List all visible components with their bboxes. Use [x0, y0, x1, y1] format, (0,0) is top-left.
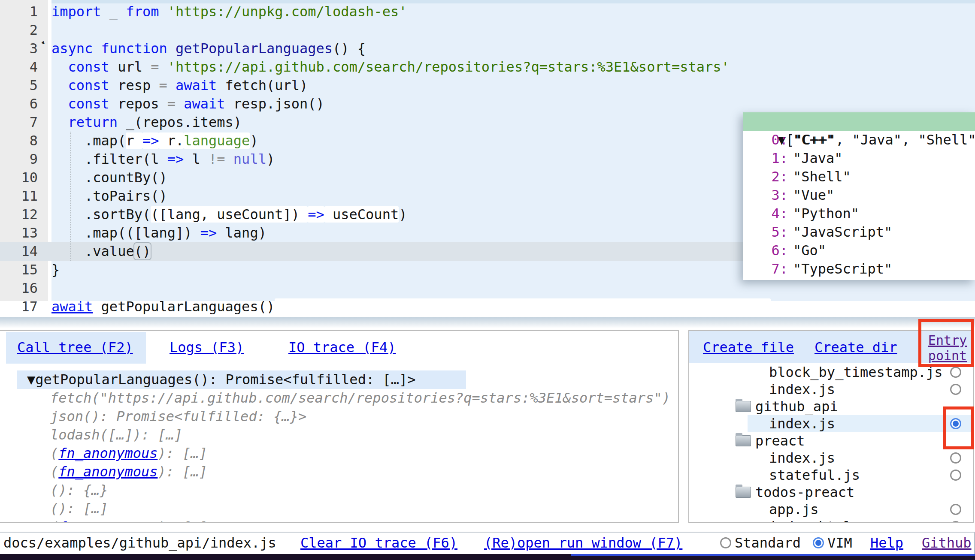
calltree-row[interactable]: (fn_anonymous): […] [50, 463, 207, 481]
inspector-index: 4: [743, 205, 788, 223]
inspector-value: "C++" [793, 131, 834, 149]
code-line-15[interactable]: } [51, 261, 60, 279]
calltree-row[interactable]: (): {…} [50, 481, 108, 500]
code-line-9[interactable]: .filter(l => l != null) [51, 150, 275, 169]
code-line-7[interactable]: return _(repos.items) [51, 113, 242, 132]
vim-mode-label[interactable]: VIM [827, 535, 852, 551]
file-row[interactable]: index.js [689, 381, 973, 398]
code-token [159, 3, 167, 20]
file-name[interactable]: index.js [769, 415, 835, 432]
folder-row[interactable]: github_api [689, 398, 973, 415]
inspector-index: 3: [743, 186, 788, 205]
create-dir-button[interactable]: Create dir [815, 337, 897, 358]
code-line-5[interactable]: const resp = await fetch(url) [51, 76, 308, 95]
standard-mode-label[interactable]: Standard [735, 535, 801, 551]
code-token: async [51, 40, 93, 57]
line-number: 5 [0, 76, 38, 95]
code-token [51, 77, 68, 93]
file-name[interactable]: index.js [769, 381, 835, 398]
code-line-17[interactable]: await getPopularLanguages() [51, 298, 771, 316]
inspector-item[interactable]: 0:"C++" [743, 131, 975, 149]
code-token [275, 298, 771, 315]
file-name[interactable]: stateful.js [769, 467, 860, 484]
entry-point-radio[interactable] [950, 367, 961, 378]
github-link[interactable]: Github [922, 535, 972, 551]
calltree-row[interactable]: fetch("https://api.github.com/search/rep… [50, 389, 670, 407]
calltree-row[interactable]: json(): Promise<fulfilled: {…}> [50, 407, 306, 426]
entry-point-radio[interactable] [950, 470, 961, 481]
inspector-item[interactable]: 2:"Shell" [743, 168, 975, 186]
code-line-14[interactable]: .value() [51, 242, 151, 261]
code-line-3[interactable]: async function getPopularLanguages() { [51, 39, 366, 58]
code-line-4[interactable]: const url = 'https://api.github.com/sear… [51, 58, 730, 76]
inspector-item[interactable]: 4:"Python" [743, 205, 975, 223]
calltree-row[interactable]: lodash([…]): […] [50, 426, 182, 444]
entry-point-radio[interactable] [950, 384, 961, 395]
folder-name[interactable]: github_api [755, 398, 838, 415]
calltree-row[interactable]: (): […] [50, 500, 108, 518]
folder-name[interactable]: preact [755, 432, 805, 449]
line-number: 7 [0, 113, 38, 132]
file-row[interactable]: index.html [689, 518, 973, 523]
standard-mode-radio[interactable] [720, 537, 731, 548]
file-row[interactable]: stateful.js [689, 467, 973, 484]
help-link[interactable]: Help [870, 535, 903, 551]
file-row[interactable]: index.js [689, 415, 973, 432]
anonymous-fn-link[interactable]: fn_anonymous [58, 445, 157, 461]
file-name[interactable]: app.js [769, 501, 819, 518]
clear-io-trace-button[interactable]: Clear IO trace (F6) [300, 535, 457, 551]
code-line-12[interactable]: .sortBy(([lang, useCount]) => useCount) [51, 205, 407, 224]
code-token: => [200, 225, 217, 241]
file-name[interactable]: index.html [769, 518, 852, 523]
tab-logs[interactable]: Logs (F3) [170, 337, 244, 358]
code-token [51, 96, 68, 112]
file-name[interactable]: index.js [769, 449, 835, 467]
code-line-10[interactable]: .countBy() [51, 169, 167, 187]
calltree-text: ( [50, 464, 58, 480]
code-token: fetch(url) [217, 77, 308, 93]
calltree-text: ( [50, 519, 58, 523]
calltree-row[interactable]: (fn_anonymous): […] [50, 518, 207, 523]
anonymous-fn-link[interactable]: fn_anonymous [58, 519, 157, 523]
vim-mode-radio[interactable] [813, 537, 824, 548]
calltree-text: lodash([…]): […] [50, 427, 182, 443]
entry-point-radio-selected[interactable] [950, 418, 961, 429]
inspector-array-header[interactable]: ▼["C++", "Java", "Shell", "V [743, 112, 975, 131]
calltree-row[interactable]: (fn_anonymous): […] [50, 444, 207, 463]
calltree-panel: Call tree (F2) Logs (F3) IO trace (F4) ▼… [0, 330, 679, 523]
file-row[interactable]: index.js [689, 449, 973, 467]
entry-point-radio[interactable] [950, 521, 961, 523]
code-line-8[interactable]: .map(r => r.language) [51, 132, 258, 150]
file-row[interactable]: block_by_timestamp.js [689, 364, 973, 381]
code-line-6[interactable]: const repos = await resp.json() [51, 95, 324, 113]
tab-io-trace[interactable]: IO trace (F4) [288, 337, 396, 358]
calltree-text: ): […] [157, 464, 207, 480]
reopen-run-window-button[interactable]: (Re)open run window (F7) [484, 535, 682, 551]
line-number: 10 [0, 169, 38, 187]
inspector-value: "Shell" [793, 168, 851, 186]
file-row[interactable]: app.js [689, 501, 973, 518]
line-number: 4 [0, 58, 38, 76]
inspector-item[interactable]: 3:"Vue" [743, 186, 975, 205]
inspector-item[interactable]: 5:"JavaScript" [743, 223, 975, 241]
entry-point-radio[interactable] [950, 504, 961, 515]
inspector-item[interactable]: 7:"TypeScript" [743, 260, 975, 278]
calltree-row[interactable]: ▼getPopularLanguages(): Promise<fulfille… [27, 370, 415, 389]
code-token: lang) [217, 225, 266, 241]
anonymous-fn-link[interactable]: fn_anonymous [58, 464, 157, 480]
code-line-1[interactable]: import _ from 'https://unpkg.com/lodash-… [51, 3, 407, 21]
entry-point-radio[interactable] [950, 452, 961, 464]
inspector-item[interactable]: 6:"Go" [743, 241, 975, 260]
code-line-11[interactable]: .toPairs() [51, 187, 167, 205]
code-line-13[interactable]: .map(([lang]) => lang) [51, 224, 266, 242]
inspector-item[interactable]: 1:"Java" [743, 149, 975, 168]
code-token [51, 59, 68, 75]
create-file-button[interactable]: Create file [703, 337, 794, 358]
tab-call-tree[interactable]: Call tree (F2) [17, 337, 133, 358]
folder-row[interactable]: todos-preact [689, 484, 973, 501]
folder-name[interactable]: todos-preact [755, 484, 854, 501]
code-token: .map( [51, 132, 126, 149]
folder-row[interactable]: preact [689, 432, 973, 449]
entry-point-link[interactable]: Entry point [922, 333, 973, 364]
file-name[interactable]: block_by_timestamp.js [769, 364, 943, 381]
